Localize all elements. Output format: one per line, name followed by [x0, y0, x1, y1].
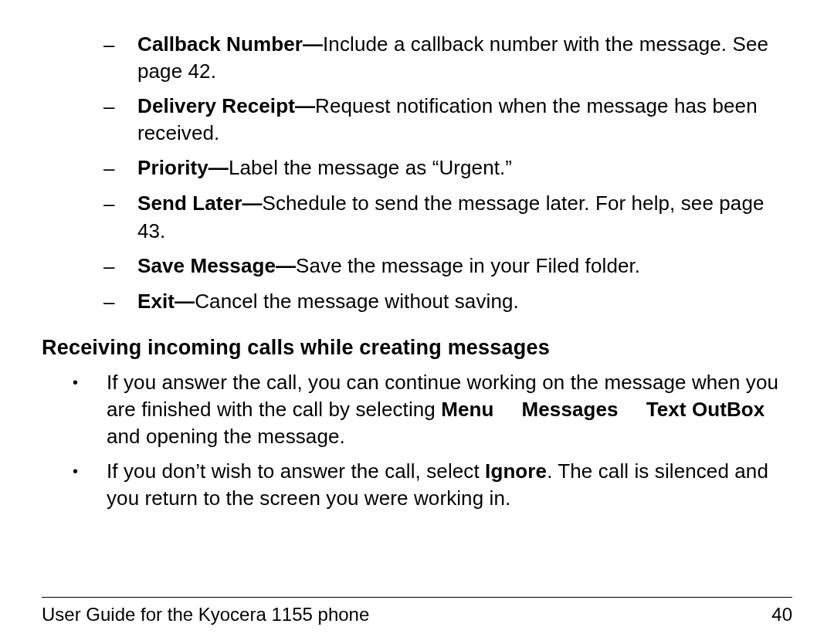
list-item: – Exit—Cancel the message without saving…	[103, 288, 792, 316]
page-footer: User Guide for the Kyocera 1155 phone 40	[42, 604, 792, 625]
list-item: – Send Later—Schedule to send the messag…	[103, 190, 792, 244]
option-label: Priority	[137, 156, 208, 179]
option-text: Callback Number—Include a callback numbe…	[137, 31, 792, 85]
dash-icon: –	[103, 154, 137, 182]
dash-icon: –	[103, 288, 137, 316]
dash-icon: –	[103, 93, 137, 120]
nav-step-menu: Menu	[441, 398, 493, 421]
page-number: 40	[771, 604, 792, 625]
page-content: – Callback Number—Include a callback num…	[42, 31, 792, 587]
option-text: Exit—Cancel the message without saving.	[137, 288, 792, 315]
option-label: Callback Number	[137, 32, 303, 56]
option-desc: Cancel the message without saving.	[195, 290, 519, 313]
para2-pre: If you don’t wish to answer the call, se…	[107, 459, 485, 483]
list-item: – Priority—Label the message as “Urgent.…	[103, 154, 792, 182]
list-item: – Save Message—Save the message in your …	[103, 253, 792, 280]
message-option-list: – Callback Number—Include a callback num…	[103, 31, 792, 316]
option-text: Send Later—Schedule to send the message …	[137, 190, 792, 244]
list-item: • If you don’t wish to answer the call, …	[73, 458, 792, 512]
option-label: Exit	[137, 290, 175, 313]
option-desc: Label the message as “Urgent.”	[229, 156, 512, 179]
section-heading: Receiving incoming calls while creating …	[42, 336, 792, 360]
option-label: Send Later	[137, 192, 242, 215]
paragraph-text: If you answer the call, you can continue…	[107, 369, 792, 450]
footer-title: User Guide for the Kyocera 1155 phone	[42, 604, 369, 625]
list-item: – Delivery Receipt—Request notification …	[103, 93, 792, 147]
option-text: Priority—Label the message as “Urgent.”	[137, 154, 792, 181]
incoming-call-paragraphs: • If you answer the call, you can contin…	[73, 369, 792, 512]
manual-page: – Callback Number—Include a callback num…	[0, 0, 834, 644]
option-label: Delivery Receipt	[137, 94, 295, 117]
nav-step-messages: Messages	[522, 398, 619, 421]
list-item: • If you answer the call, you can contin…	[73, 369, 792, 450]
option-label: Save Message	[137, 254, 276, 277]
option-desc: Save the message in your Filed folder.	[296, 254, 640, 277]
list-item: – Callback Number—Include a callback num…	[103, 31, 792, 85]
dash-icon: –	[103, 190, 137, 218]
footer-divider	[42, 597, 792, 598]
ignore-action: Ignore	[485, 459, 547, 483]
option-text: Save Message—Save the message in your Fi…	[137, 253, 792, 280]
bullet-icon: •	[73, 369, 107, 393]
nav-step-text-outbox: Text OutBox	[646, 398, 765, 421]
dash-icon: –	[103, 31, 137, 59]
option-text: Delivery Receipt—Request notification wh…	[137, 93, 792, 147]
para1-post: and opening the message.	[107, 425, 345, 448]
paragraph-text: If you don’t wish to answer the call, se…	[107, 458, 792, 512]
dash-icon: –	[103, 253, 137, 280]
bullet-icon: •	[73, 458, 107, 482]
